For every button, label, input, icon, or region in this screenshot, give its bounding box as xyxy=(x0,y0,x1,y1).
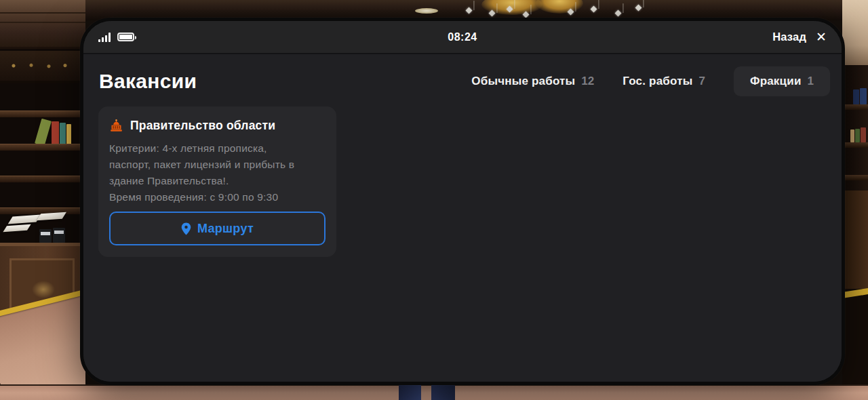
description-line: паспорт, пакет лицензий и прибыть в xyxy=(109,157,326,173)
binder xyxy=(39,229,52,243)
book-spine xyxy=(860,88,867,104)
chandelier-gold xyxy=(536,0,583,14)
chandelier-crystal-icon xyxy=(615,10,622,17)
player-leg xyxy=(399,384,421,400)
book-spine xyxy=(853,89,859,104)
gold-ornament xyxy=(5,63,73,68)
status-right: Назад ✕ xyxy=(772,31,827,43)
shelf-board xyxy=(842,175,868,180)
wall xyxy=(842,0,868,65)
player-leg xyxy=(431,384,455,400)
binder xyxy=(53,228,65,243)
book-spine xyxy=(52,121,59,145)
tab-label: Обычные работы xyxy=(471,75,575,88)
description-line: Критерии: 4-х летняя прописка, xyxy=(109,140,326,157)
tab-count-badge: 12 xyxy=(581,75,594,88)
wood-frieze xyxy=(0,51,85,83)
vacancy-description: Критерии: 4-х летняя прописка, паспорт, … xyxy=(109,140,326,205)
chandelier-crystal-icon xyxy=(466,7,473,14)
book-spine xyxy=(35,119,52,146)
background-bookshelf-left xyxy=(0,0,85,400)
tab-label: Фракции xyxy=(750,75,802,88)
tab-count-badge: 7 xyxy=(698,75,705,88)
book-spine xyxy=(66,124,71,145)
tab-count-badge: 1 xyxy=(808,75,814,88)
clock: 08:24 xyxy=(83,31,842,43)
tab-gov-jobs[interactable]: Гос. работы 7 xyxy=(623,66,705,96)
vacancy-card-header: Правительство области xyxy=(109,119,326,133)
paper-sheet xyxy=(3,224,31,232)
shelf-board xyxy=(0,176,85,182)
wood-molding xyxy=(0,0,85,49)
close-icon[interactable]: ✕ xyxy=(816,31,827,43)
status-bar: 08:24 Назад ✕ xyxy=(83,21,842,54)
shelf-board xyxy=(842,104,868,110)
location-pin-icon xyxy=(181,222,191,235)
vacancy-card: Правительство области Критерии: 4-х летн… xyxy=(98,106,336,257)
background-bookshelf-right xyxy=(842,0,868,400)
paper-sheet xyxy=(8,215,41,224)
route-button[interactable]: Маршрут xyxy=(109,212,326,245)
book-spine xyxy=(855,129,860,142)
schedule-line: Время проведения: с 9:00 по 9:30 xyxy=(109,189,326,205)
game-screen: 08:24 Назад ✕ Вакансии Обычные работы 12… xyxy=(0,0,868,400)
vacancies-page: Вакансии Обычные работы 12 Гос. работы 7… xyxy=(83,56,842,382)
page-title: Вакансии xyxy=(99,70,197,93)
gold-emblem xyxy=(32,281,55,298)
government-building-icon xyxy=(109,119,123,133)
chandelier-crystal-icon xyxy=(635,5,642,12)
ceiling-light xyxy=(415,8,438,14)
tablet-panel: 08:24 Назад ✕ Вакансии Обычные работы 12… xyxy=(80,18,845,385)
chandelier-crystal-icon xyxy=(591,6,597,13)
battery-icon xyxy=(117,33,134,41)
shelf-board xyxy=(0,144,85,151)
route-button-label: Маршрут xyxy=(197,222,254,236)
wood-cabinet xyxy=(842,191,868,289)
tab-factions[interactable]: Фракции 1 xyxy=(734,66,830,96)
signal-bars-icon xyxy=(98,33,111,42)
shelf-board xyxy=(0,111,85,117)
status-left xyxy=(98,33,134,42)
back-button[interactable]: Назад xyxy=(772,31,806,43)
wood-floor-bottom xyxy=(0,384,868,400)
description-line: здание Правительства!. xyxy=(109,173,326,189)
book-spine xyxy=(850,129,854,142)
page-header: Вакансии Обычные работы 12 Гос. работы 7… xyxy=(99,65,830,98)
paper-sheet xyxy=(37,212,66,220)
book-spine xyxy=(861,127,866,142)
tab-label: Гос. работы xyxy=(623,75,692,88)
tab-bar: Обычные работы 12 Гос. работы 7 Фракции … xyxy=(471,66,830,96)
shelf-board xyxy=(842,142,868,148)
vacancy-title: Правительство области xyxy=(130,119,275,133)
tab-regular-jobs[interactable]: Обычные работы 12 xyxy=(471,66,594,96)
book-spine xyxy=(60,123,66,145)
